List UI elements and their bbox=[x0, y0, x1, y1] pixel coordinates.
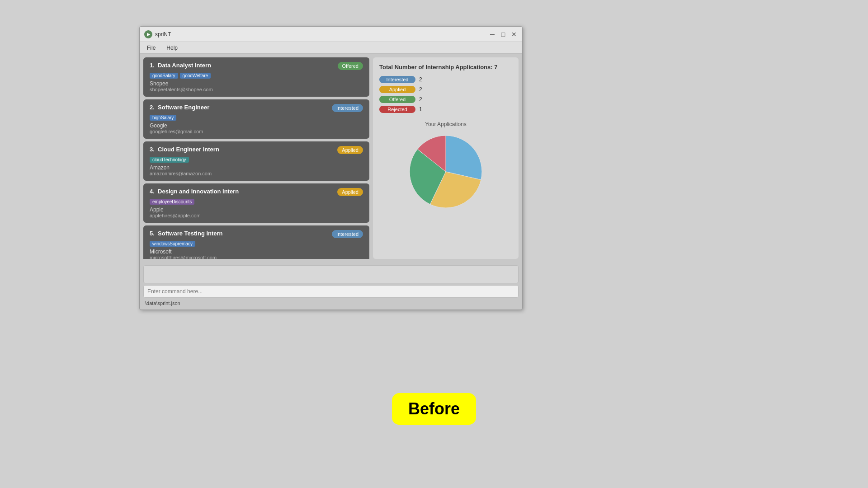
chart-section: Your Applications bbox=[379, 121, 512, 253]
tag: cloudTechnology bbox=[150, 157, 189, 163]
stats-list: Interested 2 Applied 2 Offered 2 Rejecte… bbox=[379, 76, 512, 113]
card-title: 2. Software Engineer bbox=[150, 104, 209, 111]
right-panel: Total Number of Internship Applications:… bbox=[373, 57, 519, 259]
card-company: Shopee bbox=[150, 80, 363, 87]
main-window: ▶ spriNT ─ □ ✕ File Help 1. Data Analyst… bbox=[139, 26, 523, 310]
app-card-4[interactable]: 4. Design and Innovation Intern Applied … bbox=[143, 183, 369, 223]
maximize-button[interactable]: □ bbox=[500, 31, 507, 38]
card-company: Microsoft bbox=[150, 249, 363, 255]
stat-row-rejected: Rejected 1 bbox=[379, 106, 512, 113]
card-company: Apple bbox=[150, 206, 363, 213]
stat-row-interested: Interested 2 bbox=[379, 76, 512, 83]
stat-badge: Rejected bbox=[379, 106, 415, 113]
stat-count: 2 bbox=[419, 86, 422, 93]
stat-badge: Applied bbox=[379, 86, 415, 93]
window-title: spriNT bbox=[155, 31, 171, 38]
card-title: 3. Cloud Engineer Intern bbox=[150, 146, 219, 153]
card-tags: cloudTechnology bbox=[150, 157, 363, 163]
tag: employeeDiscounts bbox=[150, 199, 194, 205]
close-button[interactable]: ✕ bbox=[510, 31, 518, 38]
app-icon: ▶ bbox=[144, 30, 152, 38]
bottom-section: \data\sprint.json bbox=[140, 263, 522, 310]
stats-title: Total Number of Internship Applications:… bbox=[379, 64, 512, 70]
main-content: 1. Data Analyst Intern Offered goodSalar… bbox=[140, 54, 522, 263]
status-badge: Interested bbox=[332, 104, 363, 112]
tag: goodWelfare bbox=[180, 73, 211, 79]
card-header: 3. Cloud Engineer Intern Applied bbox=[150, 146, 363, 154]
card-company: Google bbox=[150, 122, 363, 129]
stat-count: 2 bbox=[419, 76, 422, 83]
stat-badge: Interested bbox=[379, 76, 415, 83]
app-card-3[interactable]: 3. Cloud Engineer Intern Applied cloudTe… bbox=[143, 141, 369, 181]
status-badge: Applied bbox=[337, 146, 363, 154]
applications-list: 1. Data Analyst Intern Offered goodSalar… bbox=[143, 57, 369, 259]
card-title: 4. Design and Innovation Intern bbox=[150, 188, 239, 195]
status-bar: \data\sprint.json bbox=[143, 300, 519, 307]
card-email: shopeetalents@shopee.com bbox=[150, 87, 363, 92]
card-company: Amazon bbox=[150, 164, 363, 171]
stat-badge: Offered bbox=[379, 96, 415, 103]
card-title: 1. Data Analyst Intern bbox=[150, 62, 211, 69]
tag: highSalary bbox=[150, 115, 176, 121]
command-input[interactable] bbox=[143, 285, 519, 298]
tag: goodSalary bbox=[150, 73, 178, 79]
card-email: microsofthires@microsoft.com bbox=[150, 255, 363, 259]
status-badge: Offered bbox=[338, 62, 363, 70]
card-tags: windowsSupremacy bbox=[150, 241, 363, 247]
menu-file[interactable]: File bbox=[145, 44, 157, 52]
app-card-5[interactable]: 5. Software Testing Intern Interested wi… bbox=[143, 225, 369, 259]
card-header: 4. Design and Innovation Intern Applied bbox=[150, 188, 363, 196]
card-title: 5. Software Testing Intern bbox=[150, 230, 223, 237]
window-controls: ─ □ ✕ bbox=[489, 31, 518, 38]
card-email: googlehires@gmail.com bbox=[150, 129, 363, 134]
card-header: 1. Data Analyst Intern Offered bbox=[150, 62, 363, 70]
stat-count: 1 bbox=[419, 106, 422, 113]
card-email: amazonhires@amazon.com bbox=[150, 171, 363, 176]
menu-help[interactable]: Help bbox=[165, 44, 179, 52]
card-email: applehires@apple.com bbox=[150, 213, 363, 218]
status-badge: Applied bbox=[337, 188, 363, 196]
before-label: Before bbox=[392, 393, 476, 425]
card-tags: highSalary bbox=[150, 115, 363, 121]
output-area bbox=[143, 265, 519, 283]
card-header: 5. Software Testing Intern Interested bbox=[150, 230, 363, 238]
stat-count: 2 bbox=[419, 96, 422, 103]
stat-row-offered: Offered 2 bbox=[379, 96, 512, 103]
title-bar: ▶ spriNT ─ □ ✕ bbox=[140, 27, 522, 42]
chart-title: Your Applications bbox=[425, 121, 467, 127]
stat-row-applied: Applied 2 bbox=[379, 86, 512, 93]
tag: windowsSupremacy bbox=[150, 241, 195, 247]
app-card-1[interactable]: 1. Data Analyst Intern Offered goodSalar… bbox=[143, 57, 369, 97]
card-header: 2. Software Engineer Interested bbox=[150, 104, 363, 112]
status-badge: Interested bbox=[332, 230, 363, 238]
minimize-button[interactable]: ─ bbox=[489, 31, 496, 38]
card-tags: goodSalarygoodWelfare bbox=[150, 73, 363, 79]
menu-bar: File Help bbox=[140, 42, 522, 54]
title-bar-left: ▶ spriNT bbox=[144, 30, 171, 38]
pie-chart bbox=[405, 131, 486, 212]
card-tags: employeeDiscounts bbox=[150, 199, 363, 205]
app-card-2[interactable]: 2. Software Engineer Interested highSala… bbox=[143, 99, 369, 139]
